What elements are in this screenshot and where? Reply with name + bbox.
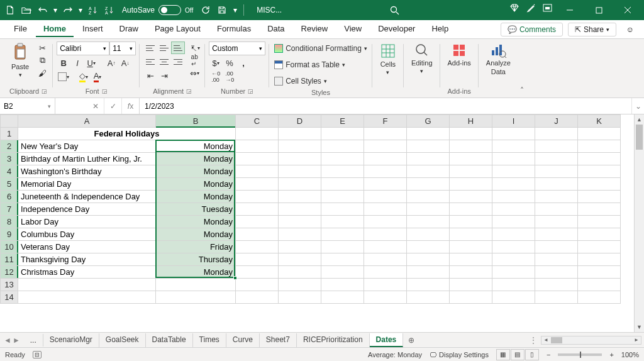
italic-button[interactable]: I (70, 57, 84, 69)
cell-D4[interactable] (279, 165, 321, 178)
cell-J12[interactable] (535, 266, 578, 279)
tab-insert[interactable]: Insert (75, 21, 111, 37)
cell-K9[interactable] (578, 228, 621, 241)
cell-J5[interactable] (535, 178, 578, 191)
collapse-ribbon-icon[interactable]: ˄ (516, 86, 528, 95)
cell-F7[interactable] (364, 203, 407, 216)
cell-F8[interactable] (364, 216, 407, 228)
cell-J8[interactable] (535, 216, 578, 228)
cell-H1[interactable] (450, 128, 492, 140)
col-header-G[interactable]: G (407, 115, 450, 128)
zoom-out-icon[interactable]: − (547, 351, 550, 358)
cell-K6[interactable] (578, 191, 621, 203)
align-middle-icon[interactable] (157, 42, 171, 54)
cell-F3[interactable] (364, 153, 407, 165)
increase-font-icon[interactable]: A↑ (104, 57, 118, 69)
cell-H5[interactable] (450, 178, 492, 191)
cell-I6[interactable] (492, 191, 535, 203)
cell-G7[interactable] (407, 203, 450, 216)
row-header-7[interactable]: 7 (1, 203, 18, 216)
sheet-tab-DataTable[interactable]: DataTable (146, 333, 193, 347)
cell-E8[interactable] (321, 216, 364, 228)
editing-button[interactable]: Editing▾ (408, 42, 436, 75)
cell-A11[interactable]: Thanksgiving Day (18, 253, 156, 266)
cell-J1[interactable] (535, 128, 578, 140)
row-header-8[interactable]: 8 (1, 216, 18, 228)
cell-A5[interactable]: Memorial Day (18, 178, 156, 191)
cell-E11[interactable] (321, 253, 364, 266)
cell-E9[interactable] (321, 228, 364, 241)
tab-view[interactable]: View (336, 21, 369, 37)
cell-C9[interactable] (236, 228, 279, 241)
paste-button[interactable]: Paste ▾ (8, 42, 33, 79)
align-center-icon[interactable] (157, 55, 171, 68)
undo-dropdown-icon[interactable]: ▾ (52, 3, 59, 18)
cell-J3[interactable] (535, 153, 578, 165)
launcher-icon[interactable]: ◲ (186, 88, 192, 94)
row-header-11[interactable]: 11 (1, 253, 18, 266)
expand-formula-icon[interactable]: ⌄ (631, 98, 644, 114)
name-box[interactable]: B2▾ (0, 98, 55, 114)
refresh-icon[interactable] (198, 3, 213, 18)
cell-H10[interactable] (450, 241, 492, 253)
cell-F9[interactable] (364, 228, 407, 241)
tab-formulas[interactable]: Formulas (209, 21, 258, 37)
toggle-off-icon[interactable] (158, 5, 181, 15)
cell-C14[interactable] (236, 291, 279, 304)
cell-J14[interactable] (535, 291, 578, 304)
cell-I2[interactable] (492, 140, 535, 153)
conditional-formatting-button[interactable]: Conditional Formatting ▾ (273, 42, 369, 55)
cell-D12[interactable] (279, 266, 321, 279)
tab-review[interactable]: Review (294, 21, 336, 37)
cell-G10[interactable] (407, 241, 450, 253)
col-header-I[interactable]: I (492, 115, 535, 128)
sheet-tab-RICEPrioritization[interactable]: RICEPrioritization (297, 333, 370, 347)
select-all-corner[interactable] (1, 115, 18, 128)
cell-K7[interactable] (578, 203, 621, 216)
wrap-text-icon[interactable]: ab↵ (187, 54, 201, 67)
cell-I12[interactable] (492, 266, 535, 279)
cell-C7[interactable] (236, 203, 279, 216)
increase-indent-icon[interactable]: ⇥ (157, 69, 171, 82)
cell-B4[interactable]: Monday (156, 165, 236, 178)
undo-icon[interactable] (35, 3, 50, 18)
cell-I14[interactable] (492, 291, 535, 304)
horizontal-scrollbar[interactable]: ◄ ► (541, 336, 641, 345)
analyze-data-button[interactable]: Analyze Data (482, 42, 514, 77)
cell-A1[interactable]: Federal Holidays (18, 128, 236, 140)
hscroll-left-icon[interactable]: ◄ (541, 337, 550, 343)
hscroll-right-icon[interactable]: ► (632, 337, 641, 343)
cell-G12[interactable] (407, 266, 450, 279)
vertical-scrollbar[interactable]: ▲ ▼ (634, 114, 644, 332)
cell-A9[interactable]: Columbus Day (18, 228, 156, 241)
cell-J7[interactable] (535, 203, 578, 216)
launcher-icon[interactable]: ◲ (42, 88, 47, 94)
cell-B10[interactable]: Friday (156, 241, 236, 253)
tab-draw[interactable]: Draw (112, 21, 146, 37)
minimize-button[interactable] (556, 0, 584, 20)
row-header-1[interactable]: 1 (1, 128, 18, 140)
zoom-slider[interactable] (558, 353, 602, 356)
cell-D1[interactable] (279, 128, 321, 140)
cell-G4[interactable] (407, 165, 450, 178)
col-header-A[interactable]: A (18, 115, 156, 128)
cell-D3[interactable] (279, 153, 321, 165)
share-button[interactable]: ⇱Share▾ (568, 23, 616, 36)
decrease-decimal-icon[interactable]: .00→0 (223, 70, 236, 83)
tab-developer[interactable]: Developer (370, 21, 423, 37)
cell-E6[interactable] (321, 191, 364, 203)
cell-F11[interactable] (364, 253, 407, 266)
cell-C13[interactable] (236, 279, 279, 291)
tab-file[interactable]: File (6, 21, 35, 37)
cell-K13[interactable] (578, 279, 621, 291)
cell-H13[interactable] (450, 279, 492, 291)
sheet-tab-Sheet7[interactable]: Sheet7 (260, 333, 297, 347)
col-header-F[interactable]: F (364, 115, 407, 128)
view-pagelayout-icon[interactable]: ▤ (511, 349, 525, 360)
sheet-tab-Dates[interactable]: Dates (370, 333, 404, 347)
cell-A13[interactable] (18, 279, 156, 291)
launcher-icon[interactable]: ◲ (102, 88, 108, 94)
cell-K11[interactable] (578, 253, 621, 266)
cell-A3[interactable]: Birthday of Martin Luther King, Jr. (18, 153, 156, 165)
cell-G1[interactable] (407, 128, 450, 140)
